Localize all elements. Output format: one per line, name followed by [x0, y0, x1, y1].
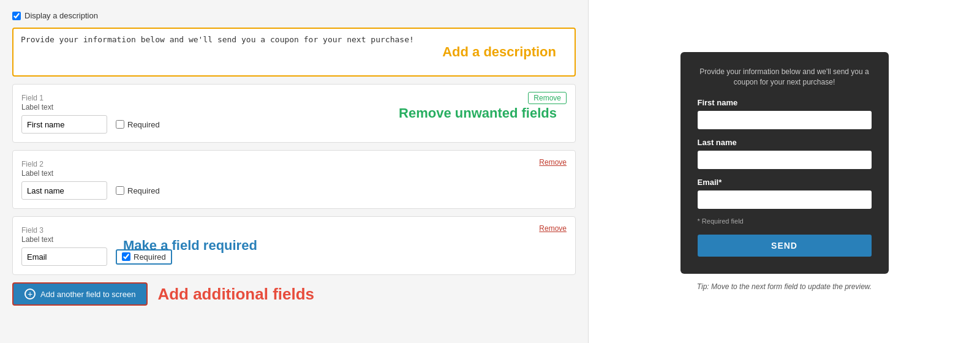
- description-area-wrapper: Provide your information below and we'll…: [12, 28, 576, 77]
- description-toggle-row: Display a description: [12, 11, 576, 20]
- add-field-button[interactable]: + Add another field to screen: [12, 282, 148, 306]
- plus-circle-icon: +: [24, 288, 36, 300]
- field-2-input[interactable]: [21, 181, 107, 200]
- display-description-checkbox[interactable]: [12, 12, 21, 20]
- left-panel: Display a description Provide your infor…: [0, 0, 588, 343]
- field-2-required-text: Required: [127, 186, 160, 195]
- field-3-row: Required: [21, 247, 567, 266]
- add-field-button-label: Add another field to screen: [40, 290, 135, 299]
- field-3-required-text: Required: [134, 252, 166, 262]
- field-3-remove-button[interactable]: Remove: [539, 224, 567, 233]
- field-1-required-checkbox[interactable]: [116, 120, 124, 129]
- field-2-row: Required: [21, 181, 567, 200]
- display-description-label: Display a description: [24, 11, 98, 20]
- tip-text: Tip: Move to the next form field to upda…: [697, 282, 872, 291]
- field-1-card: Field 1 Remove Label text Required Remov…: [12, 84, 576, 143]
- add-fields-annotation: Add additional fields: [157, 285, 314, 304]
- field-1-input[interactable]: [21, 115, 107, 134]
- add-field-wrapper: + Add another field to screen Add additi…: [12, 282, 576, 306]
- field-2-remove-button[interactable]: Remove: [539, 158, 567, 167]
- preview-description: Provide your information below and we'll…: [698, 67, 872, 88]
- field-2-number: Field 2: [21, 160, 43, 168]
- field-3-required-checkbox[interactable]: [122, 252, 130, 261]
- field-3-required-label: Required: [116, 249, 172, 265]
- field-1-remove-button[interactable]: Remove: [528, 92, 567, 104]
- field-1-required-text: Required: [127, 120, 160, 129]
- field-1-number: Field 1: [21, 94, 43, 102]
- field-2-required-label: Required: [116, 186, 160, 195]
- preview-email-label: Email*: [698, 178, 872, 187]
- field-3-card: Field 3 Remove Label text Required Make …: [12, 216, 576, 275]
- field-3-label-text: Label text: [21, 235, 567, 244]
- field-2-required-checkbox[interactable]: [116, 186, 124, 195]
- field-3-input[interactable]: [21, 247, 107, 266]
- field-1-row: Required: [21, 115, 567, 134]
- field-1-label-text: Label text: [21, 103, 567, 111]
- field-2-label-text: Label text: [21, 169, 567, 178]
- preview-card: Provide your information below and we'll…: [680, 52, 889, 274]
- preview-firstname-input: [698, 111, 872, 129]
- preview-email-input: [698, 190, 872, 209]
- preview-send-button[interactable]: SEND: [698, 235, 872, 257]
- right-panel: Provide your information below and we'll…: [588, 0, 980, 343]
- description-textarea[interactable]: Provide your information below and we'll…: [13, 29, 575, 73]
- preview-lastname-label: Last name: [698, 138, 872, 147]
- preview-lastname-input: [698, 151, 872, 169]
- field-1-required-label: Required: [116, 120, 160, 129]
- preview-firstname-label: First name: [698, 98, 872, 107]
- field-2-card: Field 2 Remove Label text Required: [12, 150, 576, 209]
- preview-required-note: * Required field: [698, 217, 872, 225]
- field-3-number: Field 3: [21, 226, 43, 235]
